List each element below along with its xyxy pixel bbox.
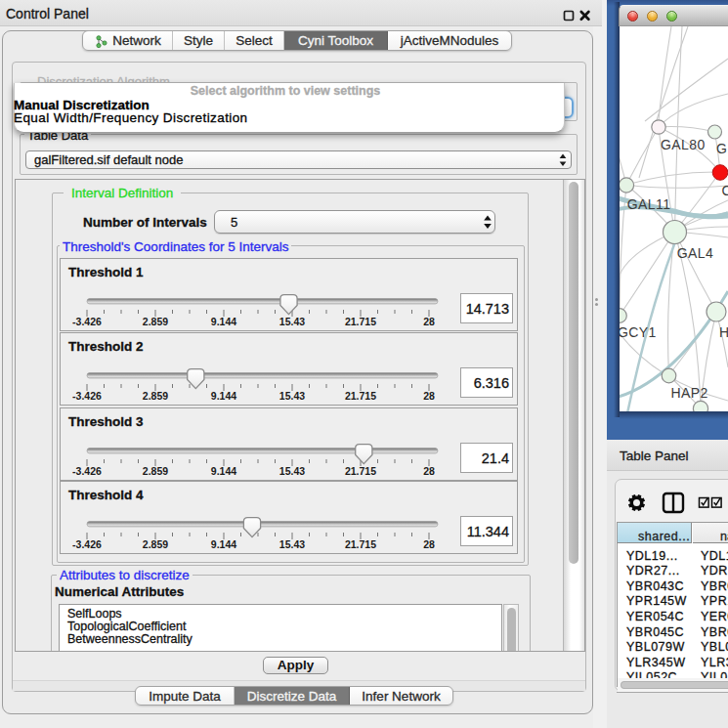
svg-text:GCY1: GCY1: [620, 324, 657, 340]
svg-text:H: H: [719, 324, 728, 340]
svg-text:GAL4: GAL4: [677, 245, 713, 261]
svg-text:GAL11: GAL11: [627, 196, 671, 212]
svg-text:HAP2: HAP2: [670, 385, 707, 401]
svg-text:C: C: [722, 183, 728, 198]
svg-text:GAL80: GAL80: [661, 137, 706, 152]
svg-text:G.: G.: [716, 141, 728, 156]
